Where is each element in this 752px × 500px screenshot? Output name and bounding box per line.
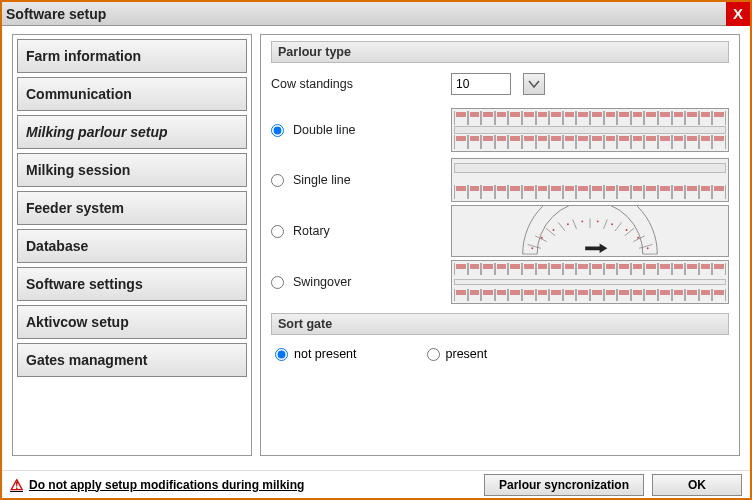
sidebar-item-database[interactable]: Database (17, 229, 247, 263)
svg-point-17 (581, 220, 583, 222)
sidebar-item-feeder-system[interactable]: Feeder system (17, 191, 247, 225)
arrow-right-icon (585, 244, 607, 254)
radio-swingover[interactable] (271, 276, 284, 289)
radio-single-line[interactable] (271, 174, 284, 187)
close-button[interactable]: X (726, 2, 750, 26)
sidebar-item-farm-information[interactable]: Farm information (17, 39, 247, 73)
diagram-rotary (451, 205, 729, 257)
button-label: Parlour syncronization (499, 478, 629, 492)
label-cow-standings: Cow standings (271, 77, 441, 91)
svg-point-18 (597, 220, 599, 222)
svg-line-7 (603, 219, 607, 229)
parlour-syncronization-button[interactable]: Parlour syncronization (484, 474, 644, 496)
sidebar-item-communication[interactable]: Communication (17, 77, 247, 111)
warning-message: ⚠ Do not apply setup modifications durin… (10, 476, 304, 494)
warning-icon: ⚠ (10, 476, 23, 494)
ok-button[interactable]: OK (652, 474, 742, 496)
row-swingover: Swingover (271, 257, 729, 307)
footer-buttons: Parlour syncronization OK (484, 474, 742, 496)
sidebar-item-label: Communication (26, 86, 132, 102)
radio-double-line[interactable] (271, 124, 284, 137)
svg-line-4 (558, 222, 565, 231)
row-single-line: Single line (271, 155, 729, 205)
sidebar-item-label: Milking parlour setup (26, 124, 168, 140)
sidebar-item-gates-managment[interactable]: Gates managment (17, 343, 247, 377)
svg-line-10 (633, 236, 645, 242)
cow-standings-value[interactable]: 10 (451, 73, 511, 95)
option-label: Swingover (293, 275, 351, 289)
svg-line-2 (535, 236, 547, 242)
option-label: present (446, 347, 488, 361)
sidebar-item-label: Feeder system (26, 200, 124, 216)
sidebar-item-label: Gates managment (26, 352, 147, 368)
row-double-line: Double line (271, 105, 729, 155)
sidebar-item-milking-session[interactable]: Milking session (17, 153, 247, 187)
svg-point-13 (531, 247, 533, 249)
titlebar: Software setup X (2, 2, 750, 26)
sidebar-item-label: Milking session (26, 162, 130, 178)
option-rotary[interactable]: Rotary (271, 224, 441, 238)
svg-point-22 (647, 247, 649, 249)
footer: ⚠ Do not apply setup modifications durin… (2, 470, 750, 498)
option-label: Double line (293, 123, 356, 137)
svg-point-19 (611, 223, 613, 225)
close-icon: X (733, 5, 743, 22)
warning-text: Do not apply setup modifications during … (29, 478, 304, 492)
svg-line-8 (615, 222, 622, 231)
section-header-sort-gate: Sort gate (271, 313, 729, 335)
window: Software setup X Farm information Commun… (0, 0, 752, 500)
sidebar-item-label: Farm information (26, 48, 141, 64)
radio-rotary[interactable] (271, 225, 284, 238)
diagram-single-line (451, 158, 729, 202)
sidebar-item-software-settings[interactable]: Software settings (17, 267, 247, 301)
main-panel: Parlour type Cow standings 10 Double lin… (260, 34, 740, 456)
row-cow-standings: Cow standings 10 (271, 69, 729, 99)
svg-line-11 (639, 244, 652, 248)
option-label: Single line (293, 173, 351, 187)
svg-point-21 (637, 237, 639, 239)
svg-point-20 (626, 229, 628, 231)
option-label: not present (294, 347, 357, 361)
diagram-double-line (451, 108, 729, 152)
row-rotary: Rotary (271, 205, 729, 257)
radio-sort-gate-present[interactable] (427, 348, 440, 361)
option-label: Rotary (293, 224, 330, 238)
svg-point-16 (567, 223, 569, 225)
chevron-down-icon (528, 80, 540, 88)
window-title: Software setup (6, 6, 106, 22)
svg-point-15 (553, 229, 555, 231)
option-double-line[interactable]: Double line (271, 123, 441, 137)
option-single-line[interactable]: Single line (271, 173, 441, 187)
svg-point-14 (541, 237, 543, 239)
option-swingover[interactable]: Swingover (271, 275, 441, 289)
content: Farm information Communication Milking p… (2, 26, 750, 464)
cow-standings-dropdown-button[interactable] (523, 73, 545, 95)
radio-sort-gate-not-present[interactable] (275, 348, 288, 361)
section-header-parlour-type: Parlour type (271, 41, 729, 63)
sidebar-nav: Farm information Communication Milking p… (12, 34, 252, 456)
button-label: OK (688, 478, 706, 492)
sidebar-item-aktivcow-setup[interactable]: Aktivcow setup (17, 305, 247, 339)
svg-line-5 (573, 219, 577, 229)
svg-line-1 (528, 244, 541, 248)
sidebar-item-label: Aktivcow setup (26, 314, 129, 330)
sidebar-item-label: Database (26, 238, 88, 254)
diagram-swingover (451, 260, 729, 304)
option-sort-gate-not-present[interactable]: not present (275, 347, 357, 361)
sidebar-item-label: Software settings (26, 276, 143, 292)
sidebar-item-milking-parlour-setup[interactable]: Milking parlour setup (17, 115, 247, 149)
row-sort-gate: not present present (271, 341, 729, 367)
option-sort-gate-present[interactable]: present (427, 347, 488, 361)
